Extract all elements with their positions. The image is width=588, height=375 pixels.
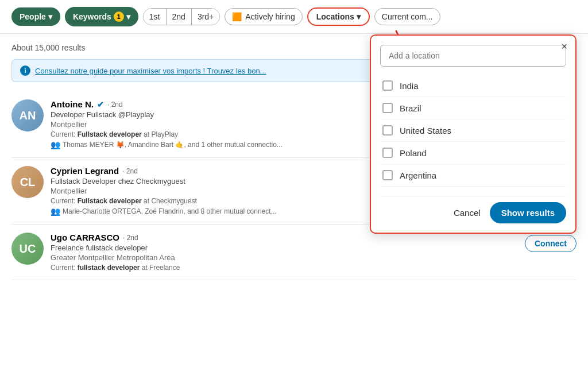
close-button[interactable]: × bbox=[561, 41, 567, 52]
top-bar: People ▾ Keywords 1 ▾ 1st 2nd 3rd+ 🟧 Act… bbox=[0, 0, 588, 34]
locations-label: Locations bbox=[316, 12, 354, 21]
people-label: People bbox=[20, 12, 46, 21]
checkbox-india[interactable] bbox=[382, 80, 393, 91]
connect-button-3[interactable]: Connect bbox=[525, 235, 577, 252]
person-current-3: Current: fullstack developer at Freelanc… bbox=[51, 264, 518, 272]
location-label-poland: Poland bbox=[400, 148, 427, 158]
location-option-india[interactable]: India bbox=[380, 75, 566, 97]
avatar-2: CL bbox=[11, 166, 44, 198]
mutual-icon-2: 👥 bbox=[51, 207, 60, 216]
degree-1st-label: 1st bbox=[149, 12, 160, 21]
degree-group: 1st 2nd 3rd+ bbox=[143, 8, 220, 25]
show-results-button[interactable]: Show results bbox=[490, 202, 566, 223]
location-option-united-states[interactable]: United States bbox=[380, 119, 566, 142]
person-name-3: Ugo CARRASCO · 2nd bbox=[51, 233, 518, 242]
mutual-icon-1: 👥 bbox=[51, 140, 60, 149]
location-option-argentina[interactable]: Argentina bbox=[380, 164, 566, 187]
location-label-india: India bbox=[400, 81, 419, 91]
checkbox-united-states[interactable] bbox=[382, 125, 393, 136]
checkbox-poland[interactable] bbox=[382, 148, 393, 158]
degree-badge-2: · 2nd bbox=[122, 167, 138, 175]
location-option-poland[interactable]: Poland bbox=[380, 142, 566, 164]
current-company-button[interactable]: Current com... bbox=[374, 8, 440, 25]
briefcase-icon: 🟧 bbox=[232, 12, 242, 21]
cancel-button[interactable]: Cancel bbox=[454, 208, 481, 218]
locations-button[interactable]: Locations ▾ bbox=[307, 7, 370, 26]
locations-dropdown: × India Brazil United States Poland Arge… bbox=[370, 34, 577, 234]
degree-1st-button[interactable]: 1st bbox=[144, 9, 167, 25]
person-location-3: Greater Montpellier Metropolitan Area bbox=[51, 253, 518, 262]
actively-hiring-label: Actively hiring bbox=[245, 12, 295, 21]
info-text: Consultez notre guide pour maximiser vos… bbox=[35, 67, 266, 75]
degree-2nd-button[interactable]: 2nd bbox=[167, 9, 192, 25]
location-search-input[interactable] bbox=[380, 45, 566, 67]
person-title-3: Freelance fullstack developer bbox=[51, 243, 518, 252]
location-label-argentina: Argentina bbox=[400, 171, 436, 180]
avatar-1: AN bbox=[11, 99, 44, 132]
avatar-3: UC bbox=[11, 233, 44, 265]
actively-hiring-button[interactable]: 🟧 Actively hiring bbox=[225, 8, 302, 25]
degree-2nd-label: 2nd bbox=[172, 12, 185, 21]
checkbox-argentina[interactable] bbox=[382, 170, 393, 180]
people-button[interactable]: People ▾ bbox=[11, 7, 60, 26]
chevron-down-icon-kw: ▾ bbox=[126, 12, 130, 21]
location-label-united-states: United States bbox=[400, 126, 451, 136]
keywords-label: Keywords bbox=[73, 12, 111, 21]
info-icon: i bbox=[20, 65, 30, 76]
chevron-down-icon-loc: ▾ bbox=[357, 12, 361, 21]
person-info-3: Ugo CARRASCO · 2nd Freelance fullstack d… bbox=[51, 233, 518, 272]
chevron-down-icon: ▾ bbox=[48, 12, 52, 21]
degree-badge-3: · 2nd bbox=[123, 234, 138, 242]
degree-3rd-label: 3rd+ bbox=[198, 12, 214, 21]
current-company-label: Current com... bbox=[382, 12, 433, 21]
verified-icon-1: ✔ bbox=[97, 100, 104, 109]
info-link[interactable]: Consultez notre guide pour maximiser vos… bbox=[35, 67, 266, 75]
checkbox-brazil[interactable] bbox=[382, 103, 393, 113]
dropdown-actions: Cancel Show results bbox=[380, 196, 566, 223]
location-label-brazil: Brazil bbox=[400, 103, 421, 113]
keywords-button[interactable]: Keywords 1 ▾ bbox=[65, 7, 138, 26]
keywords-badge: 1 bbox=[114, 11, 124, 22]
location-option-brazil[interactable]: Brazil bbox=[380, 97, 566, 119]
degree-3rd-button[interactable]: 3rd+ bbox=[192, 9, 219, 25]
page-wrapper: People ▾ Keywords 1 ▾ 1st 2nd 3rd+ 🟧 Act… bbox=[0, 0, 588, 375]
degree-badge-1: · 2nd bbox=[107, 100, 123, 109]
